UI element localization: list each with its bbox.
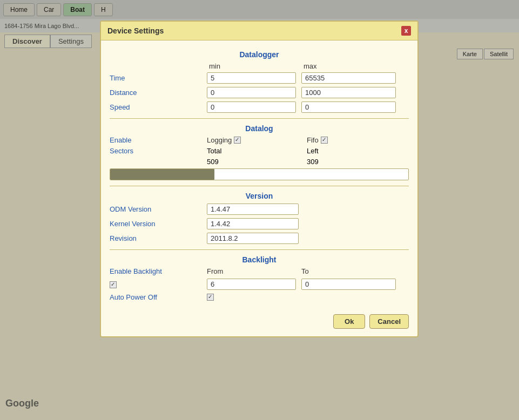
divider-1 <box>110 118 409 119</box>
speed-row: Speed <box>110 101 409 113</box>
left-label: Left <box>307 147 319 155</box>
left-value: 309 <box>307 158 319 166</box>
sectors-label: Sectors <box>110 147 207 155</box>
logging-text: Logging <box>207 136 232 144</box>
divider-2 <box>110 186 409 186</box>
backlight-enable-label: Enable Backlight <box>110 267 207 275</box>
total-value: 509 <box>207 158 219 166</box>
minmax-header: min max <box>207 62 409 70</box>
left-value-col: 309 <box>307 158 401 166</box>
max-label: max <box>301 62 396 70</box>
progress-bar-container <box>110 168 409 180</box>
backlight-section-header: Backlight <box>110 255 409 264</box>
to-header: To <box>301 267 396 275</box>
kernel-version-input[interactable] <box>207 218 299 229</box>
fifo-text: Fifo <box>307 136 319 144</box>
kernel-version-row: Kernel Version <box>110 218 409 229</box>
fifo-label[interactable]: Fifo <box>307 136 401 144</box>
version-section-header: Version <box>110 192 409 200</box>
revision-input[interactable] <box>207 233 299 244</box>
odm-version-row: ODM Version <box>110 204 409 215</box>
datalog-sectors-row: 509 309 <box>110 158 409 166</box>
logging-label[interactable]: Logging <box>207 136 301 144</box>
modal-footer: Ok Cancel <box>101 310 417 331</box>
backlight-enable-header-row: Enable Backlight From To <box>110 267 409 275</box>
backlight-from-input[interactable] <box>207 279 296 290</box>
backlight-checkbox-col <box>110 280 207 288</box>
datalog-section-header: Datalog <box>110 124 409 133</box>
total-col: Total <box>207 147 301 155</box>
speed-min-input[interactable] <box>207 101 296 113</box>
modal-body: Datalogger min max Time Distance Speed D… <box>101 40 417 310</box>
revision-row: Revision <box>110 233 409 244</box>
kernel-version-label: Kernel Version <box>110 220 207 228</box>
total-label: Total <box>207 147 221 155</box>
min-label: min <box>207 62 296 70</box>
ok-button[interactable]: Ok <box>333 314 365 329</box>
time-max-input[interactable] <box>301 72 396 84</box>
speed-max-input[interactable] <box>301 101 396 113</box>
odm-version-label: ODM Version <box>110 205 207 213</box>
from-header: From <box>207 267 296 275</box>
revision-label: Revision <box>110 234 207 242</box>
fifo-checkbox[interactable] <box>321 137 328 144</box>
distance-row: Distance <box>110 87 409 98</box>
left-col: Left <box>307 147 401 155</box>
distance-max-input[interactable] <box>301 87 396 98</box>
datalogger-section-header: Datalogger <box>110 50 409 59</box>
modal-close-button[interactable]: x <box>401 26 411 36</box>
cancel-button[interactable]: Cancel <box>369 314 409 329</box>
backlight-enable-checkbox[interactable] <box>110 281 117 288</box>
device-settings-dialog: Device Settings x Datalogger min max Tim… <box>100 21 419 337</box>
logging-checkbox[interactable] <box>234 137 241 144</box>
time-min-input[interactable] <box>207 72 296 84</box>
auto-power-off-checkbox[interactable] <box>207 294 214 301</box>
auto-power-off-row: Auto Power Off <box>110 293 409 301</box>
modal-header: Device Settings x <box>101 22 417 40</box>
modal-title: Device Settings <box>107 26 164 35</box>
datalog-total-left-labels: Sectors Total Left <box>110 147 409 155</box>
backlight-to-input[interactable] <box>301 279 396 290</box>
auto-power-off-label: Auto Power Off <box>110 293 207 301</box>
distance-min-input[interactable] <box>207 87 296 98</box>
logging-col: Logging <box>207 136 301 144</box>
fifo-col: Fifo <box>307 136 401 144</box>
backlight-inputs-row <box>110 279 409 290</box>
distance-label: Distance <box>110 89 207 97</box>
time-label: Time <box>110 74 207 82</box>
datalog-enable-row: Enable Logging Fifo <box>110 136 409 144</box>
odm-version-input[interactable] <box>207 204 299 215</box>
progress-bar-fill <box>110 169 214 180</box>
speed-label: Speed <box>110 103 207 111</box>
time-row: Time <box>110 72 409 84</box>
divider-3 <box>110 249 409 250</box>
progress-row <box>110 168 409 180</box>
datalog-enable-label: Enable <box>110 136 207 144</box>
total-value-col: 509 <box>207 158 301 166</box>
